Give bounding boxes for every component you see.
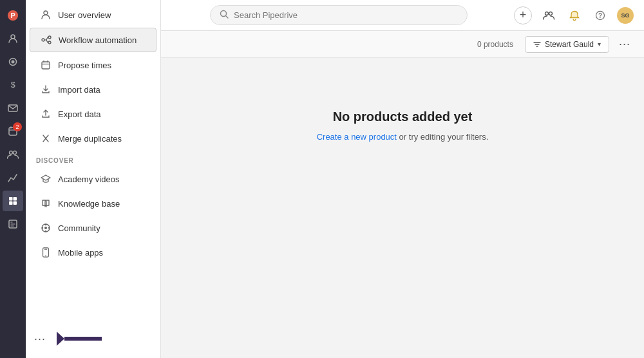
svg-point-22 bbox=[45, 224, 46, 225]
rail-people[interactable] bbox=[3, 144, 23, 165]
svg-rect-29 bbox=[64, 337, 102, 341]
calendar-icon bbox=[40, 59, 52, 71]
svg-point-21 bbox=[44, 227, 47, 229]
menu-merge-label: Merge duplicates bbox=[58, 134, 122, 144]
book-icon bbox=[40, 198, 52, 209]
chevron-down-icon: ▾ bbox=[598, 41, 601, 48]
export-icon bbox=[40, 108, 52, 120]
menu-knowledge-base[interactable]: Knowledge base bbox=[30, 192, 156, 215]
menu-propose-times-label: Propose times bbox=[58, 61, 111, 70]
product-count: 0 products bbox=[477, 40, 513, 49]
menu-user-overview[interactable]: User overview bbox=[30, 3, 156, 26]
svg-point-17 bbox=[48, 36, 51, 39]
merge-icon bbox=[40, 133, 52, 144]
rail-analytics[interactable] bbox=[3, 167, 23, 188]
help-icon-button[interactable]: ? bbox=[591, 6, 609, 24]
svg-point-8 bbox=[10, 151, 13, 155]
notifications-icon-button[interactable] bbox=[565, 6, 583, 24]
menu-workflow-automation[interactable]: Workflow automation bbox=[30, 28, 156, 52]
top-right-actions: ? SG bbox=[540, 6, 634, 24]
content-more-icon: ··· bbox=[619, 37, 630, 51]
menu-workflow-label: Workflow automation bbox=[59, 35, 137, 45]
svg-point-4 bbox=[12, 61, 15, 64]
svg-point-9 bbox=[14, 151, 17, 155]
svg-point-18 bbox=[48, 41, 51, 44]
menu-academy-videos[interactable]: Academy videos bbox=[30, 167, 156, 191]
svg-point-32 bbox=[549, 12, 553, 15]
menu-import-data[interactable]: Import data bbox=[30, 78, 156, 101]
svg-marker-28 bbox=[57, 332, 64, 346]
svg-text:?: ? bbox=[598, 12, 602, 19]
svg-point-27 bbox=[45, 255, 46, 256]
svg-point-2 bbox=[11, 35, 15, 39]
avatar-initials: SG bbox=[621, 12, 629, 19]
empty-state-title: No products added yet bbox=[333, 109, 473, 124]
svg-rect-19 bbox=[42, 62, 50, 69]
svg-rect-13 bbox=[14, 202, 17, 205]
menu-academy-label: Academy videos bbox=[58, 174, 119, 184]
svg-point-25 bbox=[48, 227, 50, 229]
svg-point-24 bbox=[42, 227, 43, 229]
rail-reports[interactable] bbox=[3, 214, 23, 234]
discover-section-label: DISCOVER bbox=[26, 151, 160, 167]
top-bar: + bbox=[161, 0, 644, 31]
rail-mail[interactable] bbox=[3, 98, 23, 118]
menu-mobile-label: Mobile apps bbox=[58, 248, 103, 258]
filter-user-label: Stewart Gauld bbox=[545, 40, 594, 49]
svg-rect-11 bbox=[14, 197, 17, 201]
svg-rect-10 bbox=[9, 197, 13, 201]
empty-state-subtitle: Create a new product or try editing your… bbox=[317, 132, 489, 142]
menu-knowledge-base-label: Knowledge base bbox=[58, 199, 120, 209]
content-body: No products added yet Create a new produ… bbox=[161, 58, 644, 358]
dots-icon: ··· bbox=[34, 332, 46, 346]
mobile-icon bbox=[40, 247, 52, 258]
more-options-button[interactable]: ··· bbox=[31, 330, 49, 348]
academy-icon bbox=[40, 173, 52, 185]
import-icon bbox=[40, 84, 52, 95]
menu-import-label: Import data bbox=[58, 85, 100, 95]
menu-user-overview-label: User overview bbox=[58, 10, 111, 20]
svg-point-23 bbox=[45, 231, 46, 232]
menu-export-label: Export data bbox=[58, 109, 101, 119]
logo-icon[interactable]: P bbox=[3, 5, 23, 26]
svg-text:P: P bbox=[10, 12, 15, 19]
team-icon-button[interactable] bbox=[540, 6, 558, 24]
icon-rail: P $ 2 bbox=[0, 0, 26, 358]
menu-merge-duplicates[interactable]: Merge duplicates bbox=[30, 127, 156, 150]
search-icon bbox=[220, 10, 229, 21]
filter-button[interactable]: Stewart Gauld ▾ bbox=[525, 36, 609, 53]
svg-rect-12 bbox=[9, 202, 13, 205]
menu-export-data[interactable]: Export data bbox=[30, 102, 156, 126]
activities-badge: 2 bbox=[13, 122, 22, 131]
menu-propose-times[interactable]: Propose times bbox=[30, 53, 156, 77]
content-header: 0 products Stewart Gauld ▾ ··· bbox=[161, 31, 644, 58]
menu-mobile-apps[interactable]: Mobile apps bbox=[30, 241, 156, 264]
svg-text:$: $ bbox=[10, 80, 15, 90]
menu-community-label: Community bbox=[58, 223, 100, 233]
rail-deals[interactable]: $ bbox=[3, 75, 23, 95]
person-icon bbox=[40, 9, 52, 21]
content-more-button[interactable]: ··· bbox=[616, 35, 634, 53]
svg-point-31 bbox=[545, 12, 549, 15]
rail-contacts[interactable] bbox=[3, 28, 23, 49]
arrow-indicator bbox=[57, 332, 102, 346]
add-button[interactable]: + bbox=[514, 6, 532, 24]
rail-focus[interactable] bbox=[3, 52, 23, 72]
create-product-link[interactable]: Create a new product bbox=[317, 132, 397, 142]
menu-community[interactable]: Community bbox=[30, 216, 156, 240]
svg-point-15 bbox=[44, 11, 48, 15]
dropdown-panel: User overview Workflow automation Propos… bbox=[26, 0, 161, 358]
main-content-area: + bbox=[161, 0, 644, 358]
community-icon bbox=[40, 222, 52, 234]
workflow-icon bbox=[41, 34, 52, 46]
empty-state-sub-text: or try editing your filters. bbox=[399, 132, 489, 142]
search-bar[interactable] bbox=[210, 5, 468, 25]
plus-icon: + bbox=[520, 8, 527, 22]
rail-products[interactable] bbox=[3, 191, 23, 211]
rail-activities[interactable]: 2 bbox=[3, 121, 23, 142]
avatar[interactable]: SG bbox=[617, 7, 634, 24]
search-input[interactable] bbox=[234, 10, 458, 20]
